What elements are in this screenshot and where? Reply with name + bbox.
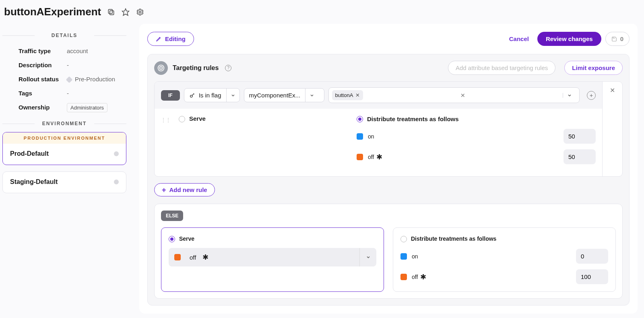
add-rule-button[interactable]: + Add new rule xyxy=(154,183,215,196)
gear-icon[interactable] xyxy=(136,8,144,17)
limit-exposure-button[interactable]: Limit exposure xyxy=(564,61,623,75)
asterisk-icon: ✱ xyxy=(202,253,208,262)
asterisk-icon: ✱ xyxy=(376,153,382,161)
drag-handle-icon[interactable]: ⋮⋮ xyxy=(161,117,171,123)
percent-input-off[interactable] xyxy=(564,149,596,164)
color-swatch-off xyxy=(400,274,407,280)
svg-rect-1 xyxy=(109,9,113,13)
rule-card: IF Is in flag m xyxy=(154,81,623,177)
if-badge: IF xyxy=(161,90,180,101)
svg-point-7 xyxy=(190,95,192,97)
color-swatch-off xyxy=(174,254,181,260)
else-serve-label: Serve xyxy=(179,235,194,242)
else-serve-radio[interactable] xyxy=(169,236,175,242)
env-head-prod: PRODUCTION ENVIRONMENT xyxy=(3,132,126,144)
else-treatment-row-on: on xyxy=(400,249,608,264)
treatment-row-off: off ✱ xyxy=(357,149,596,164)
delete-rule-icon[interactable]: ✕ xyxy=(610,87,615,94)
description-value: - xyxy=(67,62,69,68)
changes-count-button[interactable]: 0 xyxy=(605,32,630,46)
chip-remove-icon[interactable]: ✕ xyxy=(355,92,360,98)
else-percent-input-on[interactable] xyxy=(576,249,608,264)
env-card-staging[interactable]: Staging-Default xyxy=(2,171,126,193)
treatment-chip[interactable]: buttonA ✕ xyxy=(332,90,363,100)
ownership-label: Ownership xyxy=(19,104,67,111)
clear-icon[interactable]: ✕ xyxy=(456,92,469,99)
else-serve-select[interactable]: off ✱ xyxy=(169,248,376,266)
env-status-dot xyxy=(114,180,119,184)
add-condition-icon[interactable]: + xyxy=(587,91,596,100)
description-label: Description xyxy=(19,62,67,68)
help-icon[interactable]: ? xyxy=(225,65,231,71)
copy-icon[interactable] xyxy=(107,8,116,17)
env-name-staging: Staging-Default xyxy=(10,178,58,186)
else-treatment-row-off: off ✱ xyxy=(400,269,608,284)
env-card-prod[interactable]: PRODUCTION ENVIRONMENT Prod-Default xyxy=(2,132,126,165)
pencil-icon xyxy=(156,36,162,42)
details-section-header: DETAILS xyxy=(2,33,126,38)
traffic-type-value: account xyxy=(67,47,88,54)
traffic-type-label: Traffic type xyxy=(19,47,67,54)
svg-marker-2 xyxy=(122,8,129,15)
percent-input-on[interactable] xyxy=(564,129,596,144)
else-badge: ELSE xyxy=(161,211,183,221)
color-swatch-on xyxy=(357,133,363,140)
svg-rect-0 xyxy=(110,10,114,14)
save-icon xyxy=(611,36,617,42)
treatment-chip-input[interactable]: buttonA ✕ ✕ xyxy=(328,87,580,103)
chevron-down-icon[interactable] xyxy=(359,248,376,266)
chevron-down-icon[interactable] xyxy=(305,89,318,102)
svg-point-3 xyxy=(139,11,141,13)
target-icon xyxy=(154,61,168,75)
rollout-label: Rollout status xyxy=(19,76,67,83)
chevron-down-icon[interactable] xyxy=(563,93,576,98)
else-distribute-radio[interactable] xyxy=(400,236,407,242)
page-title: buttonAExperiment xyxy=(4,6,101,18)
distribute-radio[interactable] xyxy=(357,116,363,122)
else-serve-card[interactable]: Serve off ✱ xyxy=(161,227,384,292)
env-status-dot xyxy=(114,151,119,156)
svg-point-6 xyxy=(161,68,161,68)
tags-value: - xyxy=(67,90,69,97)
targeting-title: Targeting rules xyxy=(173,64,219,72)
chevron-down-icon[interactable] xyxy=(226,89,239,102)
star-icon[interactable] xyxy=(121,8,130,17)
add-attribute-rules-button[interactable]: Add attribute based targeting rules xyxy=(448,61,555,75)
ownership-chip[interactable]: Administrators xyxy=(67,103,107,112)
color-swatch-on xyxy=(400,253,407,260)
flag-icon xyxy=(189,92,196,99)
review-changes-button[interactable]: Review changes xyxy=(537,32,601,46)
serve-radio[interactable] xyxy=(179,116,185,122)
treatment-row-on: on xyxy=(357,129,596,144)
flag-select[interactable]: myComponentEx... xyxy=(244,88,324,102)
else-distribute-label: Distribute treatments as follows xyxy=(411,235,496,242)
env-name-prod: Prod-Default xyxy=(10,150,49,157)
else-distribute-card[interactable]: Distribute treatments as follows on off … xyxy=(393,227,616,292)
asterisk-icon: ✱ xyxy=(420,273,426,281)
cancel-button[interactable]: Cancel xyxy=(501,32,537,46)
editing-button[interactable]: Editing xyxy=(147,32,194,46)
tags-label: Tags xyxy=(19,90,67,97)
condition-type-select[interactable]: Is in flag xyxy=(184,88,240,102)
else-percent-input-off[interactable] xyxy=(576,269,608,284)
serve-label: Serve xyxy=(189,115,206,122)
color-swatch-off xyxy=(357,154,363,160)
distribute-label: Distribute treatments as follows xyxy=(367,116,459,122)
environment-section-header: ENVIRONMENT xyxy=(2,121,126,126)
rollout-value: Pre-Production xyxy=(67,76,115,83)
